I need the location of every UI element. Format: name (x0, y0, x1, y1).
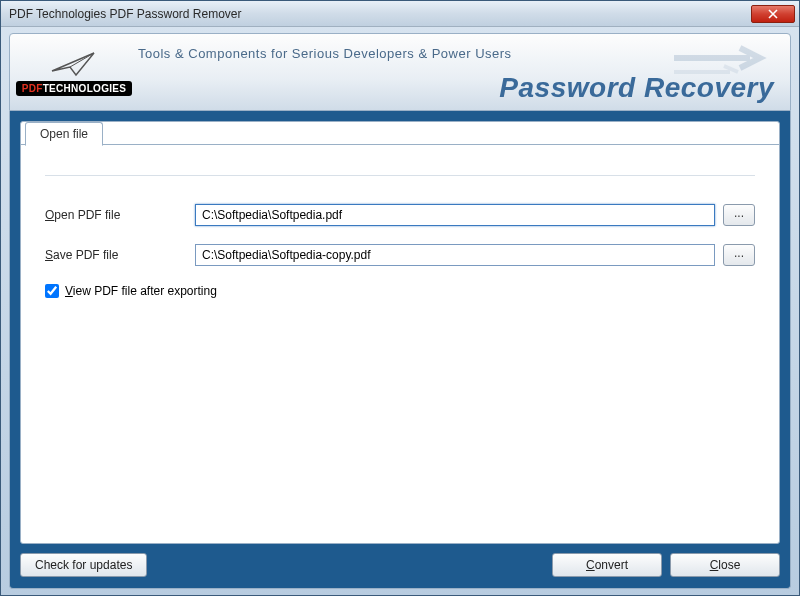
tab-panel: Open file Open PDF file ... Save PDF fil… (20, 121, 780, 544)
check-updates-button[interactable]: Check for updates (20, 553, 147, 577)
close-icon (768, 9, 778, 19)
footer-bar: Check for updates Convert Close (20, 544, 780, 578)
view-after-export-label[interactable]: View PDF file after exporting (65, 284, 217, 298)
close-window-button[interactable] (751, 5, 795, 23)
open-file-row: Open PDF file ... (45, 204, 755, 226)
save-file-label: Save PDF file (45, 248, 195, 262)
titlebar[interactable]: PDF Technologies PDF Password Remover (1, 1, 799, 27)
save-file-input[interactable] (195, 244, 715, 266)
tab-body: Open PDF file ... Save PDF file ... View… (21, 144, 779, 543)
paper-plane-icon (50, 49, 98, 79)
convert-button[interactable]: Convert (552, 553, 662, 577)
save-file-browse-button[interactable]: ... (723, 244, 755, 266)
view-after-export-checkbox[interactable] (45, 284, 59, 298)
content-frame: Open file Open PDF file ... Save PDF fil… (9, 111, 791, 589)
save-file-row: Save PDF file ... (45, 244, 755, 266)
arrow-decoration-icon (670, 40, 780, 76)
view-after-export-row: View PDF file after exporting (45, 284, 755, 298)
open-file-label: Open PDF file (45, 208, 195, 222)
tab-open-file[interactable]: Open file (25, 122, 103, 146)
tab-strip: Open file (21, 121, 779, 145)
divider (45, 175, 755, 176)
window-title: PDF Technologies PDF Password Remover (5, 7, 751, 21)
app-window: PDF Technologies PDF Password Remover PD… (0, 0, 800, 596)
close-button[interactable]: Close (670, 553, 780, 577)
logo: PDFTECHNOLOGIES (10, 49, 132, 96)
open-file-browse-button[interactable]: ... (723, 204, 755, 226)
banner-title: Password Recovery (499, 72, 774, 104)
open-file-input[interactable] (195, 204, 715, 226)
header-banner: PDFTECHNOLOGIES Tools & Components for S… (9, 33, 791, 111)
logo-text: PDFTECHNOLOGIES (16, 81, 133, 96)
